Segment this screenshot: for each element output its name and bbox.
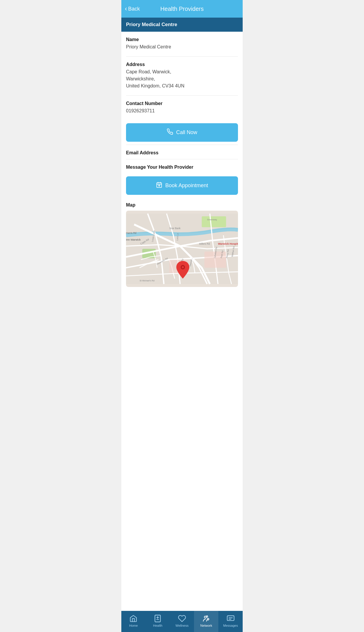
address-line3: United Kingdom, CV34 4UN [126,83,184,88]
tab-home-label: Home [129,624,138,627]
back-label: Back [128,6,140,12]
tab-home[interactable]: Home [121,611,146,632]
section-title: Priory Medical Centre [126,22,177,27]
section-header: Priory Medical Centre [121,18,243,32]
tab-wellness[interactable]: Wellness [170,611,194,632]
svg-text:Millers Rd: Millers Rd [199,242,210,245]
map-svg: Cape Rd Lower Cape Lock Ln Hanworth Rd C… [126,211,238,287]
page-title: Health Providers [160,6,204,12]
network-icon [202,614,210,623]
back-chevron-icon: ‹ [125,6,127,12]
name-value: Priory Medical Centre [126,43,238,50]
message-section: Message Your Health Provider [121,159,243,173]
tab-bar: Home Health Wellness Network [121,611,243,632]
svg-text:Scar Bank: Scar Bank [169,227,181,230]
name-label: Name [126,37,238,42]
map-section: Map [121,198,243,287]
svg-point-32 [182,266,184,268]
app-header: ‹ Back Health Providers [121,0,243,18]
svg-text:Greenway: Greenway [207,218,217,221]
call-now-button[interactable]: Call Now [126,123,238,142]
svg-text:Inn Warwick: Inn Warwick [126,238,141,241]
email-section: Email Address [121,145,243,159]
contact-section: Contact Number 01926293711 [121,96,243,120]
calendar-icon [156,182,162,190]
address-section: Address Cape Road, Warwick, Warwickshire… [121,57,243,95]
phone-icon [167,129,173,136]
address-label: Address [126,62,238,67]
tab-health[interactable]: Health [146,611,170,632]
svg-text:Harris Rd: Harris Rd [126,231,136,234]
tab-messages-label: Messages [223,624,238,627]
tab-health-label: Health [153,624,162,627]
tab-messages[interactable]: Messages [218,611,243,632]
svg-text:St Michael's Rd: St Michael's Rd [140,279,154,282]
contact-label: Contact Number [126,101,238,106]
tab-wellness-label: Wellness [176,624,188,627]
tab-network-label: Network [200,624,212,627]
address-line2: Warwickshire, [126,76,155,81]
book-appointment-button[interactable]: Book Appointment [126,176,238,195]
map-label: Map [126,202,238,208]
svg-rect-9 [202,216,226,227]
content-area: Name Priory Medical Centre Address Cape … [121,32,243,632]
map-container[interactable]: Cape Rd Lower Cape Lock Ln Hanworth Rd C… [126,211,238,287]
name-section: Name Priory Medical Centre [121,32,243,56]
home-icon [129,614,137,623]
book-appointment-label: Book Appointment [165,182,208,189]
contact-value: 01926293711 [126,107,238,114]
messages-icon [227,614,235,623]
address-line1: Cape Road, Warwick, [126,69,171,74]
wellness-icon [178,614,186,623]
svg-point-37 [204,616,206,618]
message-label: Message Your Health Provider [126,165,238,170]
tab-network[interactable]: Network [194,611,218,632]
svg-point-39 [206,616,208,617]
health-icon [154,614,162,623]
svg-rect-40 [227,616,234,621]
svg-text:Warwick Hospita...: Warwick Hospita... [218,242,238,245]
call-now-label: Call Now [176,129,197,136]
email-label: Email Address [126,150,238,156]
address-value: Cape Road, Warwick, Warwickshire, United… [126,68,238,89]
back-button[interactable]: ‹ Back [125,6,140,12]
